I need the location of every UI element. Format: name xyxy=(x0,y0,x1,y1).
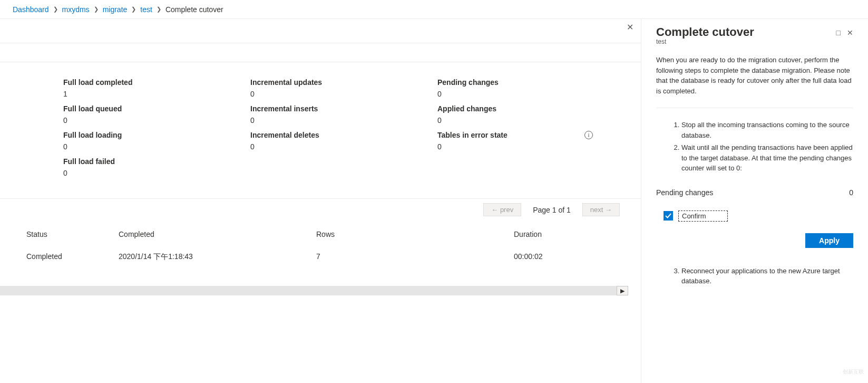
col-rows: Rows xyxy=(316,230,514,238)
stat-applied-changes: Applied changes 0 xyxy=(437,104,625,125)
cell-duration: 00:00:02 xyxy=(514,252,640,262)
stat-value: 0 xyxy=(437,142,625,151)
pending-label: Pending changes xyxy=(656,188,713,197)
stats-grid: Full load completed 1 Incremental update… xyxy=(0,62,641,193)
stat-incremental-inserts: Incremental inserts 0 xyxy=(250,104,437,125)
panel-description: When you are ready to do the migration c… xyxy=(656,55,853,108)
close-icon[interactable]: ✕ xyxy=(847,28,853,37)
stat-full-load-completed: Full load completed 1 xyxy=(63,78,250,98)
stat-tables-error: Tables in error state 0 i xyxy=(437,131,625,151)
panel-step-2: Wait until all the pending transactions … xyxy=(681,142,853,174)
stat-value: 0 xyxy=(250,142,437,151)
stat-value: 0 xyxy=(63,116,250,125)
panel-step-3: Reconnect your applications to the new A… xyxy=(681,266,853,286)
cell-rows: 7 xyxy=(316,252,514,262)
panel-subtitle: test xyxy=(656,38,754,45)
breadcrumb-mxydms[interactable]: mxydms xyxy=(62,5,90,14)
chevron-right-icon: ❯ xyxy=(131,6,136,13)
results-table: Status Completed Rows Duration Completed… xyxy=(0,221,641,266)
stat-value: 0 xyxy=(437,116,625,125)
stat-value: 0 xyxy=(63,142,250,151)
col-duration: Duration xyxy=(514,230,640,238)
maximize-icon[interactable]: □ xyxy=(836,28,841,37)
stat-label: Pending changes xyxy=(437,78,625,87)
main-content: ✕ Full load completed 1 Incremental upda… xyxy=(0,19,641,383)
stat-value: 0 xyxy=(250,116,437,125)
apply-button[interactable]: Apply xyxy=(805,233,853,248)
stat-label: Full load queued xyxy=(63,104,250,113)
confirm-label[interactable]: Confirm xyxy=(678,210,728,222)
stat-label: Full load completed xyxy=(63,78,250,87)
scroll-right-icon[interactable]: ▶ xyxy=(617,286,628,295)
panel-step-1: Stop all the incoming transactions comin… xyxy=(681,120,853,140)
stat-value: 1 xyxy=(63,90,250,98)
stat-full-load-loading: Full load loading 0 xyxy=(63,131,250,151)
stat-incremental-deletes: Incremental deletes 0 xyxy=(250,131,437,151)
stat-label: Incremental inserts xyxy=(250,104,437,113)
breadcrumb-current: Complete cutover xyxy=(165,5,223,14)
stat-incremental-updates: Incremental updates 0 xyxy=(250,78,437,98)
close-icon[interactable]: ✕ xyxy=(627,22,633,32)
stat-full-load-queued: Full load queued 0 xyxy=(63,104,250,125)
col-status: Status xyxy=(26,230,119,238)
chevron-right-icon: ❯ xyxy=(157,6,161,13)
stat-label: Incremental updates xyxy=(250,78,437,87)
breadcrumb: Dashboard ❯ mxydms ❯ migrate ❯ test ❯ Co… xyxy=(0,0,868,19)
chevron-right-icon: ❯ xyxy=(94,6,99,13)
stat-label: Full load failed xyxy=(63,157,250,166)
stat-value: 0 xyxy=(250,90,437,98)
table-header: Status Completed Rows Duration xyxy=(0,221,641,248)
breadcrumb-test[interactable]: test xyxy=(140,5,152,14)
stat-label: Incremental deletes xyxy=(250,131,437,139)
pending-changes-row: Pending changes 0 xyxy=(656,188,853,197)
stat-value: 0 xyxy=(63,169,250,177)
horizontal-scrollbar[interactable]: ▶ xyxy=(0,286,628,295)
panel-steps: Stop all the incoming transactions comin… xyxy=(656,120,853,174)
cutover-panel: Complete cutover test □ ✕ When you are r… xyxy=(641,19,868,383)
stat-value: 0 xyxy=(437,90,625,98)
panel-title: Complete cutover xyxy=(656,25,754,39)
next-button[interactable]: next → xyxy=(582,203,620,216)
cell-status: Completed xyxy=(26,252,119,262)
stat-label: Full load loading xyxy=(63,131,250,139)
chevron-right-icon: ❯ xyxy=(53,6,58,13)
prev-button[interactable]: ← prev xyxy=(483,203,521,216)
stat-label: Tables in error state xyxy=(437,131,625,139)
breadcrumb-dashboard[interactable]: Dashboard xyxy=(13,5,49,14)
pagination-bar: ← prev Page 1 of 1 next → xyxy=(0,198,641,221)
cell-completed: 2020/1/14 下午1:18:43 xyxy=(119,252,316,262)
pending-value: 0 xyxy=(849,188,853,197)
check-icon xyxy=(665,213,671,219)
watermark: 创新互联 xyxy=(778,361,868,383)
info-icon[interactable]: i xyxy=(584,131,593,139)
col-completed: Completed xyxy=(119,230,316,238)
stat-full-load-failed: Full load failed 0 xyxy=(63,157,250,177)
panel-steps-continued: Reconnect your applications to the new A… xyxy=(656,266,853,286)
page-info: Page 1 of 1 xyxy=(533,206,571,214)
table-row[interactable]: Completed 2020/1/14 下午1:18:43 7 00:00:02 xyxy=(0,248,641,266)
stat-pending-changes: Pending changes 0 xyxy=(437,78,625,98)
confirm-checkbox[interactable] xyxy=(664,211,673,221)
breadcrumb-migrate[interactable]: migrate xyxy=(103,5,128,14)
stat-label: Applied changes xyxy=(437,104,625,113)
